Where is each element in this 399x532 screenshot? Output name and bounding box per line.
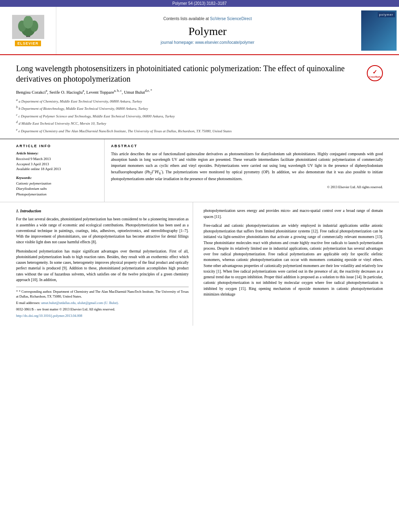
author-sup-a: a	[46, 89, 47, 92]
article-info-abstract-section: ARTICLE INFO Article history: Received 9…	[0, 139, 399, 202]
abstract-text: This article describes the use of functi…	[111, 151, 383, 182]
journal-citation: Polymer 54 (2013) 3182–3187	[172, 1, 226, 6]
polymer-cover-section: polymer	[359, 7, 399, 54]
author-sup-a2: a	[82, 89, 84, 92]
doi-footnote: http://dx.doi.org/10.1016/j.polymer.2013…	[16, 314, 189, 318]
homepage-line: journal homepage: www.elsevier.com/locat…	[161, 40, 255, 45]
abstract-heading: ABSTRACT	[111, 144, 383, 148]
author-levent: Levent Toppare	[86, 90, 114, 94]
keyword-cationic: Cationic polymerization	[16, 181, 98, 187]
intro-section-title: 1. Introduction	[16, 208, 189, 214]
email-footnote: E-mail addresses: umut.bulut@utdallas.ed…	[16, 301, 189, 306]
abstract-col: ABSTRACT This article describes the use …	[105, 139, 383, 202]
keywords-box: Keywords: Cationic polymerization Diaryl…	[16, 176, 98, 197]
journal-title: Polymer	[189, 25, 227, 38]
elsevier-label: ELSEVIER	[15, 41, 41, 46]
received-date: Received 9 March 2013	[16, 156, 98, 162]
affiliation-b: b b Department of Biotechnology, Middle …	[16, 105, 383, 112]
affiliation-e: e e Department of Chemistry and The Alan…	[16, 127, 383, 134]
polymer-cover-label: polymer	[378, 12, 395, 17]
elsevier-tree-icon	[14, 16, 42, 38]
author-serife: Serife O. Hacioglu	[49, 90, 83, 94]
history-label: Article history:	[16, 151, 98, 155]
keyword-diaryl: Diaryliodonium salts	[16, 186, 98, 192]
copyright-line: © 2013 Elsevier Ltd. All rights reserved…	[111, 185, 383, 189]
accepted-date: Accepted 3 April 2013	[16, 162, 98, 167]
article-history-group: Article history: Received 9 March 2013 A…	[16, 151, 98, 172]
authors-line: Bengisu Corakcia, Serife O. Hacioglua, L…	[16, 89, 383, 94]
top-bar: Polymer 54 (2013) 3182–3187	[0, 0, 399, 7]
online-date: Available online 18 April 2013	[16, 166, 98, 172]
doi-link[interactable]: http://dx.doi.org/10.1016/j.polymer.2013…	[16, 314, 82, 318]
svg-point-4	[23, 16, 33, 29]
sciverse-link[interactable]: SciVerse ScienceDirect	[210, 16, 252, 21]
polymer-cover-image: polymer	[361, 10, 397, 51]
author-umut: Umut Bulut	[124, 90, 145, 94]
keyword-photo: Photopolymerization	[16, 192, 98, 197]
article-title: Long wavelength photosensitizers in phot…	[16, 63, 346, 84]
corresponding-author-note: * * Corresponding author. Department of …	[16, 290, 189, 299]
author-bengisu: Bengisu Corakci	[16, 90, 46, 94]
left-column: 1. Introduction For the last several dec…	[16, 202, 193, 325]
article-info-heading: ARTICLE INFO	[16, 144, 98, 148]
author-sup-de: d,e, *	[145, 89, 152, 92]
author-sup-abc: a, b, c	[114, 89, 122, 92]
elsevier-logo-section: ELSEVIER	[0, 7, 56, 54]
intro-para-1: For the last several decades, photoiniti…	[16, 216, 189, 245]
affiliation-d: d d Middle East Technical University NCC…	[16, 120, 383, 127]
main-content: 1. Introduction For the last several dec…	[0, 202, 399, 325]
affiliation-c: c c Department of Polymer Science and Te…	[16, 113, 383, 119]
journal-center: Contents lists available at SciVerse Sci…	[56, 7, 359, 54]
journal-header: ELSEVIER Contents lists available at Sci…	[0, 7, 399, 55]
sciverse-line: Contents lists available at SciVerse Sci…	[163, 16, 252, 21]
crossmark-badge: ✓ CrossMark	[367, 65, 383, 81]
right-para-2: Free-radical and cationic photopolymeriz…	[204, 223, 383, 297]
affiliations: a a Department of Chemistry, Middle East…	[16, 98, 383, 134]
keywords-label: Keywords:	[16, 176, 98, 180]
affiliation-a: a a Department of Chemistry, Middle East…	[16, 98, 383, 105]
right-para-1: photopolymerization saves energy and pro…	[204, 208, 383, 220]
elsevier-logo-img	[12, 15, 44, 39]
article-header: Long wavelength photosensitizers in phot…	[0, 55, 399, 139]
footnote-section: * * Corresponding author. Department of …	[16, 287, 189, 318]
intro-para-2: Photoinduced polymerization has major si…	[16, 249, 189, 283]
issn-footnote: 0032-3861/$ – see front matter © 2013 El…	[16, 307, 189, 312]
right-column: photopolymerization saves energy and pro…	[200, 202, 383, 325]
article-info-col: ARTICLE INFO Article history: Received 9…	[16, 139, 105, 202]
